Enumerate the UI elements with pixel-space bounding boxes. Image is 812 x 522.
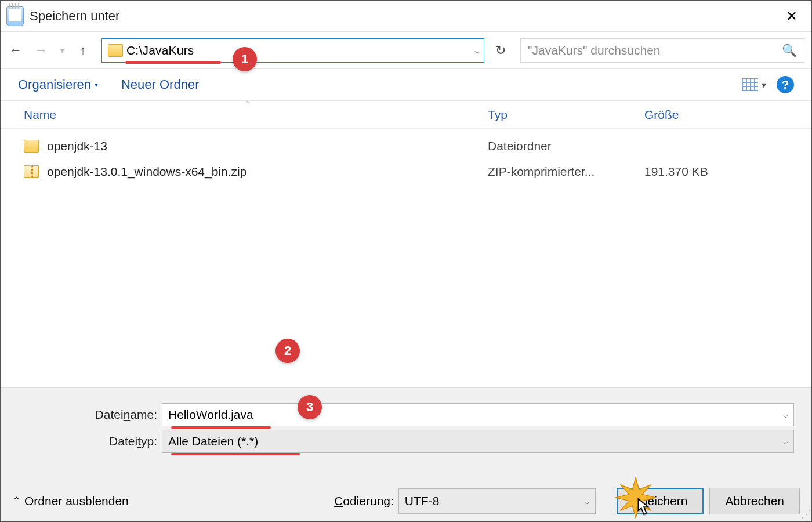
new-folder-button[interactable]: Neuer Ordner [121, 77, 200, 92]
hide-folders-label: Ordner ausblenden [24, 494, 129, 508]
cancel-label: Abbrechen [725, 494, 784, 508]
organize-button[interactable]: Organisieren ▾ [18, 77, 98, 92]
annotation-callout-3: 3 [298, 395, 322, 419]
sort-indicator-icon: ⌃ [244, 100, 250, 108]
new-folder-label: Neuer Ordner [121, 77, 200, 92]
close-button[interactable]: ✕ [778, 8, 806, 24]
column-header-type[interactable]: Typ [488, 108, 644, 122]
filename-value: HelloWorld.java [168, 408, 253, 422]
annotation-underline-3 [171, 453, 300, 455]
filetype-label: Dateityp: [6, 434, 162, 448]
encoding-select[interactable]: UTF-8 ⌵ [398, 488, 596, 514]
view-icon [742, 78, 758, 91]
list-item[interactable]: openjdk-13 Dateiordner [12, 133, 800, 159]
annotation-underline-1 [125, 61, 221, 64]
refresh-button[interactable]: ↻ [488, 43, 513, 58]
annotation-underline-2 [171, 426, 271, 429]
filetype-select[interactable]: Alle Dateien (*.*) ⌵ [162, 430, 794, 453]
recent-dropdown[interactable]: ▾ [55, 33, 69, 68]
file-name: openjdk-13 [47, 139, 107, 153]
up-button[interactable]: ↑ [71, 33, 95, 68]
zip-icon [24, 165, 39, 178]
file-size: 191.370 KB [644, 165, 800, 179]
cursor-icon [637, 498, 650, 516]
column-header-size[interactable]: Größe [644, 108, 800, 122]
hide-folders-button[interactable]: ⌃ Ordner ausblenden [12, 494, 129, 508]
filename-label: Dateiname: [6, 408, 162, 422]
bottom-panel: Dateiname: HelloWorld.java ⌵ Dateityp: A… [1, 387, 811, 521]
list-item[interactable]: openjdk-13.0.1_windows-x64_bin.zip ZIP-k… [12, 159, 800, 184]
annotation-callout-2: 2 [276, 339, 300, 363]
title-bar: Speichern unter ✕ [1, 1, 811, 32]
address-bar[interactable]: C:\JavaKurs ⌵ [102, 38, 484, 63]
chevron-down-icon[interactable]: ⌵ [585, 496, 589, 506]
organize-label: Organisieren [18, 77, 91, 92]
annotation-callout-1: 1 [233, 47, 257, 71]
search-input[interactable]: "JavaKurs" durchsuchen 🔍 [520, 38, 804, 63]
file-list: openjdk-13 Dateiordner openjdk-13.0.1_wi… [1, 129, 811, 189]
help-button[interactable]: ? [777, 76, 794, 93]
folder-icon [24, 140, 39, 153]
encoding-label: Codierung: [334, 494, 398, 508]
chevron-down-icon: ▾ [762, 79, 766, 90]
filename-input[interactable]: HelloWorld.java ⌵ [162, 403, 794, 426]
file-type: ZIP-komprimierter... [488, 165, 644, 179]
cancel-button[interactable]: Abbrechen [709, 488, 800, 514]
search-placeholder: "JavaKurs" durchsuchen [528, 44, 661, 57]
filetype-value: Alle Dateien (*.*) [168, 434, 258, 448]
resize-grip-icon[interactable]: ⋰ [801, 507, 810, 520]
column-header-row: ⌃ Name Typ Größe [1, 101, 811, 129]
address-dropdown-icon[interactable]: ⌵ [474, 46, 479, 55]
nav-bar: ← → ▾ ↑ C:\JavaKurs ⌵ ↻ "JavaKurs" durch… [1, 32, 811, 68]
file-type: Dateiordner [488, 139, 644, 153]
encoding-value: UTF-8 [405, 494, 440, 508]
toolbar: Organisieren ▾ Neuer Ordner ▾ ? [1, 68, 811, 101]
address-text: C:\JavaKurs [126, 44, 194, 57]
back-button[interactable]: ← [4, 33, 27, 68]
folder-icon [108, 44, 123, 57]
forward-button[interactable]: → [30, 33, 53, 68]
notepad-icon [6, 6, 24, 26]
column-header-name[interactable]: Name [12, 108, 488, 122]
chevron-down-icon: ▾ [95, 81, 98, 89]
chevron-down-icon[interactable]: ⌵ [783, 437, 788, 446]
file-name: openjdk-13.0.1_windows-x64_bin.zip [47, 165, 246, 179]
chevron-down-icon[interactable]: ⌵ [783, 410, 788, 419]
window-title: Speichern unter [30, 9, 778, 24]
search-icon: 🔍 [782, 44, 797, 57]
view-button[interactable]: ▾ [742, 78, 766, 91]
chevron-up-icon: ⌃ [12, 495, 21, 507]
